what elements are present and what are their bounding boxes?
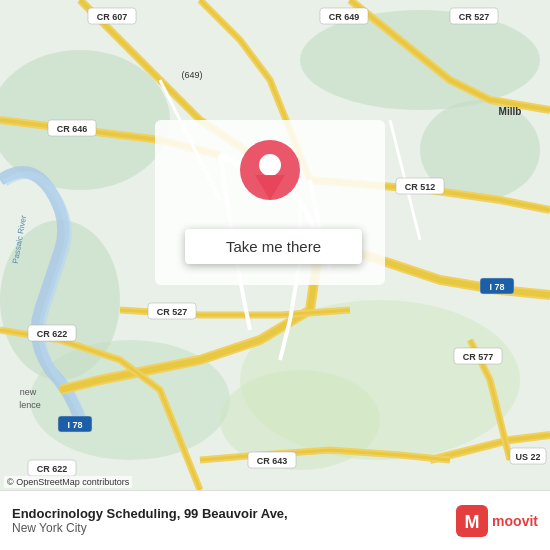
moovit-logo[interactable]: M moovit [456, 505, 538, 537]
svg-text:(649): (649) [181, 70, 202, 80]
svg-text:new: new [20, 387, 37, 397]
svg-text:Millb: Millb [499, 106, 522, 117]
osm-attribution: © OpenStreetMap contributors [4, 476, 132, 488]
svg-text:I 78: I 78 [67, 420, 82, 430]
svg-text:CR 527: CR 527 [157, 307, 188, 317]
location-title: Endocrinology Scheduling, 99 Beauvoir Av… [12, 506, 448, 521]
svg-text:CR 577: CR 577 [463, 352, 494, 362]
svg-text:lence: lence [19, 400, 41, 410]
svg-text:CR 607: CR 607 [97, 12, 128, 22]
map-container: CR 607 CR 649 CR 527 CR 646 (649) Passai… [0, 0, 550, 490]
svg-text:CR 649: CR 649 [329, 12, 360, 22]
take-me-there-button[interactable]: Take me there [185, 229, 362, 264]
location-subtitle: New York City [12, 521, 448, 535]
svg-text:US 22: US 22 [515, 452, 540, 462]
svg-text:CR 643: CR 643 [257, 456, 288, 466]
svg-text:CR 527: CR 527 [459, 12, 490, 22]
svg-point-41 [259, 154, 281, 176]
info-text: Endocrinology Scheduling, 99 Beauvoir Av… [12, 506, 448, 535]
svg-text:I 78: I 78 [489, 282, 504, 292]
svg-text:CR 512: CR 512 [405, 182, 436, 192]
svg-text:CR 646: CR 646 [57, 124, 88, 134]
moovit-label: moovit [492, 513, 538, 529]
info-bar: Endocrinology Scheduling, 99 Beauvoir Av… [0, 490, 550, 550]
svg-text:CR 622: CR 622 [37, 464, 68, 474]
moovit-icon: M [456, 505, 488, 537]
svg-text:CR 622: CR 622 [37, 329, 68, 339]
svg-text:M: M [465, 512, 480, 532]
